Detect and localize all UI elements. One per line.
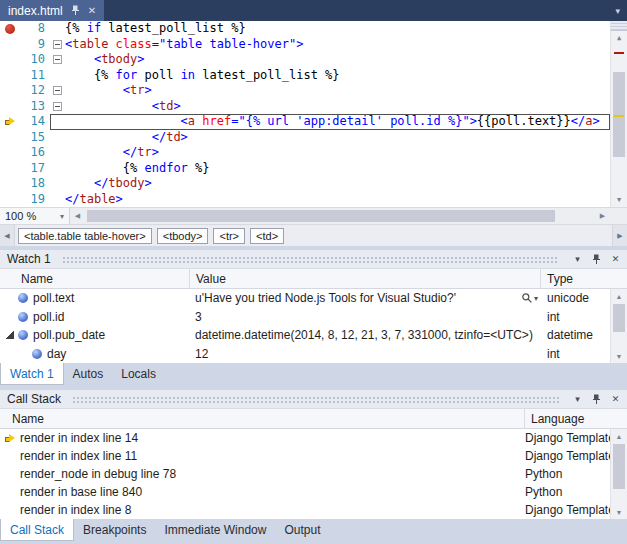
zoom-control[interactable]: 100 % ▾ xyxy=(0,208,70,224)
fold-collapse-icon[interactable] xyxy=(53,102,62,111)
magnifier-icon[interactable] xyxy=(521,292,533,304)
scroll-down-icon[interactable]: ▼ xyxy=(611,193,627,207)
callstack-tab-call-stack[interactable]: Call Stack xyxy=(0,519,74,541)
code-line[interactable]: 16 </tr> xyxy=(0,145,610,161)
pin-icon[interactable] xyxy=(70,5,81,16)
fold-margin[interactable] xyxy=(50,68,65,84)
scroll-left-icon[interactable]: ◀ xyxy=(70,208,85,224)
code-line[interactable]: 15 </td> xyxy=(0,130,610,146)
glyph-margin[interactable] xyxy=(0,114,20,130)
fold-margin[interactable] xyxy=(50,37,65,53)
callstack-row[interactable]: render in index line 11Django Templates xyxy=(0,447,627,465)
zoom-dropdown-icon[interactable]: ▾ xyxy=(60,212,64,221)
callstack-row[interactable]: render in index line 8Django Templates xyxy=(0,501,627,519)
callstack-row[interactable]: render in base line 840Python xyxy=(0,483,627,501)
scroll-down-icon[interactable]: ▼ xyxy=(611,349,627,363)
editor-vertical-scrollbar[interactable]: ▲ ▼ xyxy=(610,21,627,207)
fold-margin[interactable] xyxy=(50,192,65,208)
visualizer-dropdown-icon[interactable]: ▾ xyxy=(534,294,538,303)
fold-margin[interactable] xyxy=(50,21,65,37)
watch-column-name[interactable]: Name xyxy=(0,269,190,288)
callstack-row[interactable]: render in index line 14Django Templates xyxy=(0,429,627,447)
watch-scrollbar-track[interactable] xyxy=(611,303,627,349)
watch-row[interactable]: poll.id3int xyxy=(0,308,627,327)
callstack-scrollbar[interactable]: ▲ ▼ xyxy=(610,429,627,519)
breadcrumb-item[interactable]: <tbody> xyxy=(157,228,209,244)
breakpoint-icon[interactable] xyxy=(5,24,15,34)
code-line[interactable]: 11 {% for poll in latest_poll_list %} xyxy=(0,68,610,84)
code-line[interactable]: 8{% if latest_poll_list %} xyxy=(0,21,610,37)
code-line[interactable]: 9<table class="table table-hover"> xyxy=(0,37,610,53)
fold-collapse-icon[interactable] xyxy=(53,86,62,95)
code-line[interactable]: 12 <tr> xyxy=(0,83,610,99)
scroll-down-icon[interactable]: ▼ xyxy=(611,505,627,519)
glyph-margin[interactable] xyxy=(0,83,20,99)
watch-title-bar[interactable]: Watch 1 ▾ ✕ xyxy=(0,250,627,269)
breadcrumb-item[interactable]: <td> xyxy=(250,228,284,244)
callstack-title-bar[interactable]: Call Stack ▾ ✕ xyxy=(0,390,627,409)
glyph-margin[interactable] xyxy=(0,176,20,192)
close-icon[interactable]: ✕ xyxy=(88,5,96,16)
watch-scrollbar-thumb[interactable] xyxy=(613,304,625,333)
watch-row[interactable]: day12int xyxy=(0,345,627,364)
callstack-row[interactable]: render_node in debug line 78Python xyxy=(0,465,627,483)
callstack-tab-breakpoints[interactable]: Breakpoints xyxy=(74,519,155,541)
watch-row[interactable]: poll.textu'Have you tried Node.js Tools … xyxy=(0,289,627,308)
breadcrumb-left-arrow-icon[interactable]: ◀ xyxy=(0,225,15,246)
callstack-tab-output[interactable]: Output xyxy=(275,519,329,541)
fold-margin[interactable] xyxy=(50,161,65,177)
code-line[interactable]: 19</table> xyxy=(0,192,610,208)
scroll-right-icon[interactable]: ▶ xyxy=(595,208,610,224)
code-line[interactable]: 17 {% endfor %} xyxy=(0,161,610,177)
expander-icon[interactable] xyxy=(4,331,16,339)
callstack-column-language[interactable]: Language xyxy=(525,409,627,428)
code-editor[interactable]: 8{% if latest_poll_list %}9<table class=… xyxy=(0,21,627,207)
window-menu-chevron-icon[interactable]: ▾ xyxy=(570,394,585,404)
scroll-up-icon[interactable]: ▲ xyxy=(611,31,627,45)
callstack-column-name[interactable]: Name xyxy=(0,409,525,428)
glyph-margin[interactable] xyxy=(0,145,20,161)
document-list-chevron-icon[interactable]: ▾ xyxy=(608,0,627,21)
fold-margin[interactable] xyxy=(50,145,65,161)
splitter-grip[interactable] xyxy=(611,21,627,31)
glyph-margin[interactable] xyxy=(0,130,20,146)
breadcrumb-right-arrow-icon[interactable]: ▶ xyxy=(612,225,627,246)
fold-margin[interactable] xyxy=(50,114,65,130)
breadcrumb-item[interactable]: <tr> xyxy=(213,228,245,244)
fold-margin[interactable] xyxy=(50,83,65,99)
horizontal-scrollbar-thumb[interactable] xyxy=(87,210,555,222)
callstack-tab-immediate-window[interactable]: Immediate Window xyxy=(155,519,275,541)
close-icon[interactable]: ✕ xyxy=(608,394,623,404)
pin-icon[interactable] xyxy=(589,254,604,265)
fold-collapse-icon[interactable] xyxy=(53,40,62,49)
glyph-margin[interactable] xyxy=(0,99,20,115)
editor-scrollbar-track[interactable] xyxy=(611,45,627,193)
fold-margin[interactable] xyxy=(50,130,65,146)
code-line[interactable]: 18 </tbody> xyxy=(0,176,610,192)
fold-margin[interactable] xyxy=(50,99,65,115)
scroll-up-icon[interactable]: ▲ xyxy=(611,429,627,443)
editor-horizontal-scrollbar[interactable]: ◀ ▶ xyxy=(70,208,610,224)
callstack-scrollbar-thumb[interactable] xyxy=(613,444,625,489)
glyph-margin[interactable] xyxy=(0,52,20,68)
watch-tab-watch-1[interactable]: Watch 1 xyxy=(0,363,64,385)
watch-column-type[interactable]: Type xyxy=(541,269,627,288)
code-line[interactable]: 13 <td> xyxy=(0,99,610,115)
code-line[interactable]: 10 <tbody> xyxy=(0,52,610,68)
watch-tab-autos[interactable]: Autos xyxy=(64,363,113,385)
watch-row[interactable]: poll.pub_datedatetime.datetime(2014, 8, … xyxy=(0,326,627,345)
glyph-margin[interactable] xyxy=(0,21,20,37)
breadcrumb-item[interactable]: <table.table table-hover> xyxy=(18,228,152,244)
window-menu-chevron-icon[interactable]: ▾ xyxy=(570,254,585,264)
fold-collapse-icon[interactable] xyxy=(53,55,62,64)
watch-scrollbar[interactable]: ▲ ▼ xyxy=(610,289,627,363)
watch-tab-locals[interactable]: Locals xyxy=(112,363,165,385)
callstack-scrollbar-track[interactable] xyxy=(611,443,627,505)
glyph-margin[interactable] xyxy=(0,192,20,208)
document-tab[interactable]: index.html ✕ xyxy=(0,0,104,21)
pin-icon[interactable] xyxy=(589,394,604,405)
glyph-margin[interactable] xyxy=(0,161,20,177)
watch-column-value[interactable]: Value xyxy=(190,269,541,288)
code-line[interactable]: 14 <a href="{% url 'app:detail' poll.id … xyxy=(0,114,610,130)
close-icon[interactable]: ✕ xyxy=(608,254,623,264)
